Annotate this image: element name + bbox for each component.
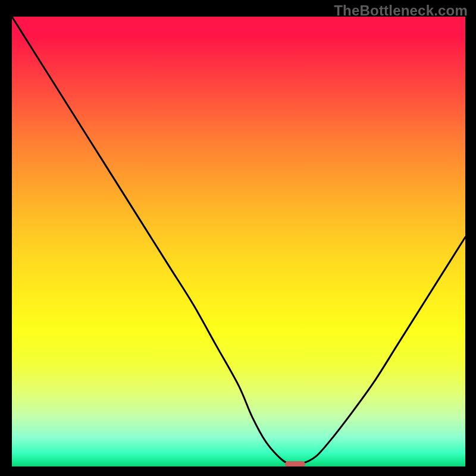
watermark-text: TheBottleneck.com [334,2,468,19]
plot-area [12,17,465,466]
chart-frame: TheBottleneck.com [0,0,476,476]
optimal-point-marker [285,461,305,466]
bottleneck-curve [12,17,465,466]
